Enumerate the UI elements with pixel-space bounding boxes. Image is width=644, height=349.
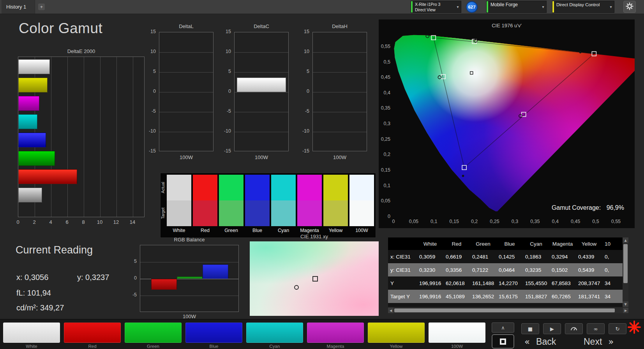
cie76-x-tick-label: 0,2	[471, 219, 478, 224]
settings-button[interactable]	[623, 1, 636, 13]
stop-icon: ■	[528, 326, 533, 332]
delta-y-tick-label: -10	[302, 128, 309, 134]
gamut-coverage: Gamut Coverage: 96,9%	[515, 204, 624, 211]
badge-value: 627	[468, 5, 475, 9]
cie76-y-tick-label: 0,25	[381, 136, 390, 142]
back-label: Back	[536, 337, 556, 347]
bottom-bar: WhiteRedGreenBlueCyanMagentaYellow100W ∧…	[0, 319, 644, 349]
rgb-y-tick-label: 0	[134, 275, 137, 281]
swatch-label: 100W	[349, 228, 374, 233]
deltae-bar-cyan	[18, 114, 37, 129]
current-reading-title: Current Reading	[16, 244, 93, 256]
swatch-target-Cyan	[271, 200, 296, 226]
table-header-cell: Cyan	[523, 241, 549, 247]
delta-y-tick-label: 5	[153, 69, 156, 74]
patch-Green[interactable]	[125, 322, 182, 343]
patch-Magenta[interactable]	[307, 322, 364, 343]
add-tab-button[interactable]: +	[38, 4, 45, 10]
patch-Cyan[interactable]	[246, 322, 303, 343]
patch-label-Cyan: Cyan	[246, 344, 303, 349]
cie76-x-tick-label: 0	[392, 219, 395, 224]
scroll-left-button[interactable]: ◀	[388, 308, 393, 313]
results-table: WhiteRedGreenBlueCyanMagentaYellow10x: C…	[388, 237, 623, 307]
table-cell: 45,1089	[443, 294, 470, 299]
table-cell: 0,6619	[443, 254, 470, 260]
cie76-diagram: 00,050,10,150,20,250,30,350,40,450,50,55…	[379, 19, 635, 228]
deltae-gridline	[116, 57, 117, 217]
vertical-scroll-thumb[interactable]	[623, 244, 628, 283]
tab-label: History 1	[6, 4, 26, 10]
cie76-x-tick-label: 0,3	[512, 219, 518, 224]
source-dropdown[interactable]: Mobile Forge ▾	[486, 1, 547, 13]
patch-Blue[interactable]	[185, 322, 242, 343]
table-horizontal-scrollbar[interactable]: ◀ ▶	[388, 308, 628, 313]
cie31-square-marker	[312, 276, 318, 282]
deltae-x-tick-label: 6	[63, 219, 71, 225]
gauge-icon	[570, 326, 577, 332]
table-header-cell: Red	[443, 241, 470, 247]
next-button[interactable]: Next »	[584, 335, 614, 348]
patch-label-Magenta: Magenta	[307, 344, 364, 349]
table-cell: 0,1863	[523, 254, 549, 260]
delta-gridline	[235, 112, 288, 112]
display-control-dropdown[interactable]: Direct Display Control ▾	[552, 1, 614, 13]
deltal-ylabels: 151050-5-10-15	[142, 32, 157, 151]
cie76-x-tick-label: 0,05	[409, 219, 418, 224]
asterisk-icon	[627, 329, 641, 335]
scroll-right-button[interactable]: ▶	[623, 308, 628, 313]
rgb-ylabels: 50-5	[124, 245, 138, 312]
cie76-y-tick-label: 0,55	[381, 44, 390, 49]
chevron-down-icon: ▾	[540, 1, 546, 12]
patch-Yellow[interactable]	[368, 322, 425, 343]
cie76-y-tick-label: 0	[388, 214, 390, 219]
back-button[interactable]: « Back	[524, 335, 556, 348]
refresh-button[interactable]: ↻	[609, 323, 626, 334]
measurement-count-badge[interactable]: 627	[466, 1, 478, 13]
patch-Red[interactable]	[64, 322, 121, 343]
table-row: Target Y196,991645,1089136,265215,617515…	[388, 290, 623, 303]
play-button[interactable]: ▶	[543, 323, 561, 334]
continuous-measure-button[interactable]: ∞	[587, 323, 605, 334]
arrow-right-icon: ▶	[625, 309, 627, 312]
patch-100W[interactable]	[429, 322, 485, 343]
delta-y-tick-label: -10	[149, 128, 156, 134]
infinity-icon: ∞	[594, 326, 598, 332]
table-header-cell: White	[417, 241, 443, 247]
table-header-cell: Magenta	[549, 241, 576, 247]
table-vertical-scrollbar[interactable]: ▲ ▼	[623, 237, 628, 307]
gamut-coverage-value: 96,9%	[607, 204, 624, 211]
cie76-y-tick-label: 0,15	[381, 167, 390, 173]
table-cell: 0,	[602, 254, 623, 260]
pattern-window-button[interactable]	[492, 334, 514, 349]
delta-gridline	[235, 92, 288, 92]
stop-button[interactable]: ■	[521, 323, 539, 334]
measure-button[interactable]	[565, 323, 583, 334]
table-row-label: y: CIE31	[388, 267, 417, 273]
arrow-down-icon: ▼	[624, 303, 626, 306]
patch-White[interactable]	[3, 322, 60, 343]
deltah-chart: DeltaH 151050-5-10-15 100W	[295, 22, 369, 162]
cie76-x-tick-label: 0,55	[611, 219, 621, 224]
expand-panel-button[interactable]: ∧	[492, 322, 514, 333]
scroll-down-button[interactable]: ▼	[623, 301, 628, 307]
cie31-ring-marker	[294, 285, 299, 290]
delta-y-tick-label: -5	[152, 108, 156, 114]
meter-dropdown[interactable]: X-Rite i1Pro 3 Direct View ▾	[411, 1, 461, 13]
patch-label-White: White	[3, 344, 60, 349]
gear-icon	[626, 2, 633, 12]
swatch-panel: Actual Target WhiteRedGreenBlueCyanMagen…	[160, 173, 376, 238]
deltac-ylabels: 151050-5-10-15	[217, 32, 233, 151]
reading-active-indicator	[627, 320, 641, 336]
refresh-icon: ↻	[616, 326, 620, 332]
scroll-up-button[interactable]: ▲	[623, 237, 628, 243]
delta-y-tick-label: 5	[307, 69, 309, 74]
table-cell: 0,3230	[417, 267, 443, 273]
cie31-panel	[250, 241, 379, 316]
delta-gridline	[159, 92, 213, 92]
swatch-target-100W	[349, 200, 374, 226]
horizontal-scroll-thumb[interactable]	[394, 308, 615, 312]
swatch-row-label-target: Target	[161, 200, 165, 226]
deltah-xlabel: 100W	[312, 154, 367, 160]
tab-history-1[interactable]: History 1	[2, 0, 35, 14]
rgb-bar-green	[177, 276, 203, 279]
